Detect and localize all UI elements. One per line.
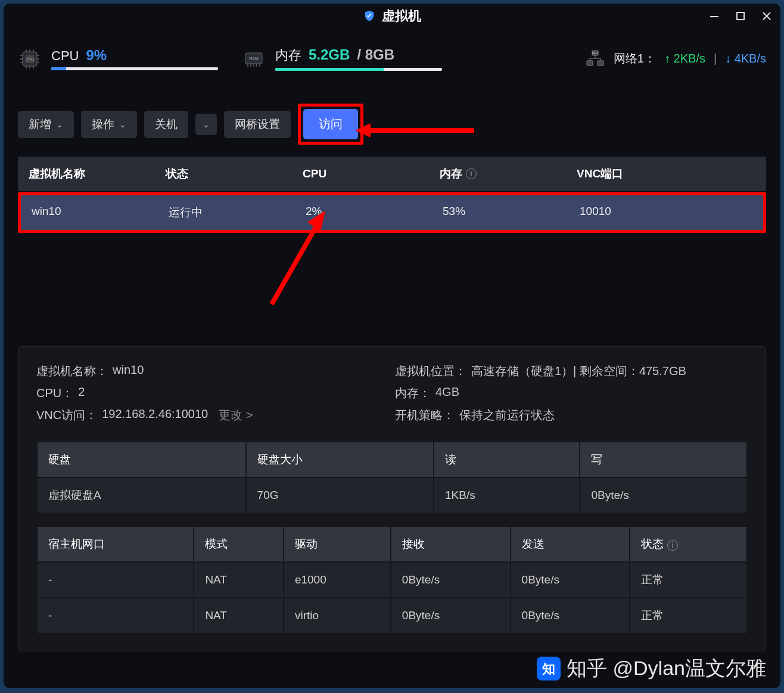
- table-row[interactable]: win10 运行中 2% 53% 10010: [21, 195, 763, 230]
- net-down: ↓ 4KB/s: [725, 52, 766, 65]
- disk-table: 硬盘 硬盘大小 读 写 虚拟硬盘A 70G 1KB/s 0Byte/s: [36, 441, 748, 514]
- app-window: 虚拟机 CPU CPU 9%: [4, 4, 780, 688]
- toolbar: 新增⌄ 操作⌄ 关机 ⌄ 网桥设置 访问: [18, 104, 766, 145]
- net-table: 宿主机网口 模式 驱动 接收 发送 状态 i - NAT e1000 0Byte…: [36, 526, 748, 634]
- ram-chip-icon: RAM: [242, 47, 266, 71]
- access-button[interactable]: 访问: [303, 109, 358, 139]
- table-row[interactable]: - NAT virtio 0Byte/s 0Byte/s 正常: [37, 598, 747, 633]
- vm-table-header: 虚拟机名称 状态 CPU 内存i VNC端口: [18, 157, 766, 191]
- mem-bar: [275, 68, 442, 71]
- col-read: 读: [434, 442, 580, 477]
- chevron-down-icon: ⌄: [119, 120, 126, 129]
- bridge-button[interactable]: 网桥设置: [224, 111, 291, 138]
- svg-rect-26: [598, 61, 603, 65]
- d-name-label: 虚拟机名称：: [36, 363, 108, 379]
- maximize-button[interactable]: [733, 8, 748, 24]
- col-host: 宿主机网口: [37, 526, 194, 562]
- add-button[interactable]: 新增⌄: [18, 111, 74, 138]
- cell-cpu: 2%: [295, 195, 432, 230]
- cpu-chip-icon: CPU: [18, 47, 42, 71]
- d-cpu-label: CPU：: [36, 385, 73, 401]
- cell-status: 运行中: [158, 195, 295, 230]
- d-mem-label: 内存：: [395, 385, 431, 401]
- network-icon: NET: [585, 49, 605, 69]
- col-cpu: CPU: [292, 157, 429, 191]
- watermark: 知 知乎 @Dylan温文尔雅: [537, 655, 766, 682]
- mem-stat: RAM 内存 5.2GB / 8GB: [242, 46, 442, 71]
- cpu-bar: [51, 67, 218, 70]
- col-driver: 驱动: [284, 526, 391, 562]
- cell-name: win10: [21, 195, 158, 230]
- d-mem-value: 4GB: [435, 385, 459, 401]
- highlight-row-box: win10 运行中 2% 53% 10010: [18, 192, 766, 233]
- col-mode: 模式: [194, 526, 284, 562]
- col-vnc: VNC端口: [566, 157, 766, 191]
- d-name-value: win10: [113, 363, 144, 379]
- chevron-down-icon: ⌄: [203, 120, 210, 129]
- d-boot-value: 保持之前运行状态: [459, 407, 555, 423]
- net-label: 网络1：: [614, 51, 656, 67]
- svg-text:知: 知: [542, 661, 555, 676]
- cell-vnc: 10010: [569, 195, 763, 230]
- svg-text:NET: NET: [592, 51, 598, 55]
- mem-total: 8GB: [365, 46, 394, 63]
- close-button[interactable]: [759, 8, 774, 24]
- highlight-box: 访问: [298, 104, 363, 145]
- svg-rect-0: [710, 16, 718, 17]
- d-loc-value: 高速存储（硬盘1）| 剩余空间：475.7GB: [471, 363, 686, 379]
- col-mem: 内存i: [429, 157, 566, 191]
- svg-text:RAM: RAM: [249, 57, 259, 61]
- col-write: 写: [580, 442, 747, 477]
- details-panel: 虚拟机名称：win10 CPU：2 VNC访问：192.168.2.46:100…: [18, 346, 766, 651]
- titlebar: 虚拟机: [4, 4, 780, 29]
- d-vnc-label: VNC访问：: [36, 407, 97, 423]
- table-row[interactable]: - NAT e1000 0Byte/s 0Byte/s 正常: [37, 562, 747, 598]
- mem-used: 5.2GB: [309, 46, 350, 63]
- stats-row: CPU CPU 9% RAM 内存 5.2GB: [18, 46, 766, 71]
- app-shield-icon: [363, 10, 376, 23]
- minimize-button[interactable]: [707, 8, 722, 24]
- cpu-value: 9%: [86, 47, 107, 64]
- chevron-down-icon: ⌄: [56, 120, 63, 129]
- shutdown-dropdown-button[interactable]: ⌄: [195, 114, 217, 135]
- col-status: 状态: [155, 157, 292, 191]
- svg-rect-1: [737, 13, 744, 20]
- col-name: 虚拟机名称: [18, 157, 155, 191]
- table-row[interactable]: 虚拟硬盘A 70G 1KB/s 0Byte/s: [37, 477, 747, 513]
- net-stat: NET 网络1： ↑ 2KB/s | ↓ 4KB/s: [585, 49, 766, 69]
- d-cpu-value: 2: [78, 385, 85, 401]
- col-size: 硬盘大小: [246, 442, 434, 477]
- d-loc-label: 虚拟机位置：: [395, 363, 466, 379]
- col-status: 状态 i: [630, 526, 747, 562]
- change-link[interactable]: 更改 >: [219, 407, 253, 423]
- vm-table: 虚拟机名称 状态 CPU 内存i VNC端口 win10 运行中 2% 53% …: [18, 157, 766, 328]
- info-icon[interactable]: i: [667, 540, 678, 551]
- net-up: ↑ 2KB/s: [664, 52, 705, 65]
- d-vnc-value: 192.168.2.46:10010: [102, 407, 208, 423]
- cpu-stat: CPU CPU 9%: [18, 47, 218, 71]
- col-disk: 硬盘: [37, 442, 246, 477]
- cpu-label: CPU: [51, 48, 79, 64]
- shutdown-button[interactable]: 关机: [144, 111, 188, 138]
- col-tx: 发送: [511, 526, 630, 562]
- cell-mem: 53%: [432, 195, 569, 230]
- d-boot-label: 开机策略：: [395, 407, 455, 423]
- col-rx: 接收: [391, 526, 511, 562]
- mem-label: 内存: [275, 46, 301, 64]
- svg-text:CPU: CPU: [26, 58, 35, 62]
- info-icon[interactable]: i: [466, 168, 477, 179]
- svg-rect-25: [587, 61, 593, 65]
- ops-button[interactable]: 操作⌄: [81, 111, 137, 138]
- window-title: 虚拟机: [382, 7, 421, 25]
